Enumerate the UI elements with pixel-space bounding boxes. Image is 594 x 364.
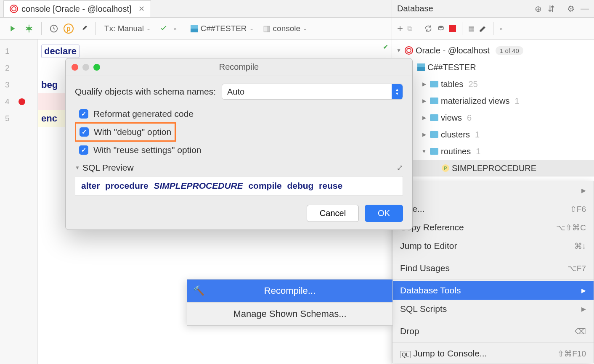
expand-icon[interactable]: ⤢ [397,163,403,172]
close-tab-icon[interactable]: ✕ [138,4,145,13]
debug-option-highlight: ✓ With "debug" option [75,122,176,142]
reuse-checkbox-row[interactable]: ✓ With "reuse settings" option [75,142,403,158]
collapse-icon[interactable]: ⇵ [548,4,555,14]
history-button[interactable] [47,22,61,35]
sql-preview: alter procedure SIMPLEPROCEDURE compile … [75,176,403,195]
procedure-icon: P [442,164,449,172]
console-dropdown[interactable]: ▥console⌄ [260,22,311,35]
folder-icon [430,81,438,87]
tree-schema[interactable]: C##TESTER [392,59,594,76]
cm-sql-scripts[interactable]: SQL Scripts▶ [392,300,594,318]
line-gutter: 1 2 3 4 5 [0,40,38,364]
window-zoom-icon[interactable] [93,64,100,71]
sm-recompile[interactable]: 🔨 Recompile... [187,280,392,302]
select-spinner-icon[interactable]: ▲▼ [392,84,403,99]
dialog-title: Recompile [66,62,412,72]
tree-clusters[interactable]: clusters1 [392,126,594,143]
cm-copy-reference[interactable]: Copy Reference⌥⇧⌘C [392,218,594,237]
editor-toolbar: p Tx: Manual⌄ » C##TESTER⌄ ▥console⌄ [0,18,392,40]
run-button[interactable] [5,22,19,35]
cm-drop[interactable]: Drop⌫ [392,322,594,340]
cm-rename[interactable]: ame...⇧F6 [392,200,594,218]
table-button[interactable]: ▦ [468,24,475,32]
dialog-titlebar[interactable]: Recompile [66,58,412,76]
cm-jump-editor[interactable]: Jump to Editor⌘↓ [392,237,594,255]
cm-find-usages[interactable]: Find Usages⌥F7 [392,259,594,277]
minimize-icon[interactable]: — [581,4,589,13]
svg-point-0 [27,26,31,30]
checkbox-checked-icon[interactable]: ✓ [80,127,89,137]
editor-tab[interactable]: console [Oracle - @localhost] ✕ [3,0,151,17]
checkbox-checked-icon[interactable]: ✓ [79,145,88,155]
tree-datasource[interactable]: Oracle - @localhost 1 of 40 [392,42,594,59]
tab-title: console [Oracle - @localhost] [21,4,132,14]
editor-tab-bar: console [Oracle - @localhost] ✕ [0,0,392,18]
edit-button[interactable] [479,24,487,33]
schema-icon [417,63,425,71]
refresh-button[interactable] [424,24,432,33]
database-panel-title: Database [397,4,433,13]
ok-button[interactable]: OK [365,205,403,222]
folder-icon [430,148,438,155]
more-icon[interactable]: » [173,25,177,32]
reformat-checkbox-row[interactable]: ✓ Reformat generated code [75,106,403,122]
schema-icon [191,25,198,32]
cm-database-tools[interactable]: Database Tools▶ [392,281,594,300]
tree-views[interactable]: views6 [392,109,594,126]
debug-checkbox-row[interactable]: ✓ With "debug" option [80,125,171,139]
wrench-button[interactable] [76,22,90,35]
p-button[interactable]: p [64,24,74,34]
recompile-dialog: Recompile Qualify objects with schema na… [65,58,413,230]
stop-button[interactable] [449,25,456,32]
tree-procedure-selected[interactable]: P SIMPLEPROCEDURE [392,160,594,177]
add-button[interactable]: + [397,23,403,34]
inspection-ok-icon[interactable]: ✔ [383,43,388,51]
svg-point-2 [438,26,443,28]
window-controls[interactable] [72,64,100,71]
database-toolbar: + ⧉ ▦ » [392,18,594,40]
context-menu: w▶ ame...⇧F6 Copy Reference⌥⇧⌘C Jump to … [392,181,594,363]
folder-icon [430,131,438,138]
oracle-icon [10,5,18,13]
tree-matviews[interactable]: materialized views1 [392,92,594,109]
qualify-label: Qualify objects with schema names: [75,87,216,97]
tx-mode-dropdown[interactable]: Tx: Manual⌄ [101,22,154,35]
count-badge: 1 of 40 [496,46,523,55]
gear-icon[interactable]: ⚙ [567,4,575,14]
schema-dropdown[interactable]: C##TESTER⌄ [187,22,257,35]
qualify-select[interactable]: Auto ▲▼ [222,84,403,100]
database-tools-submenu: 🔨 Recompile... Manage Shown Schemas... [187,279,393,326]
folder-icon [430,114,438,121]
folder-icon [430,98,438,104]
hammer-icon: 🔨 [193,285,204,296]
cm-jump-console[interactable]: QLJump to Console...⇧⌘F10 [392,344,594,363]
window-close-icon[interactable] [72,64,78,71]
collapse-arrow-icon[interactable]: ▼ [75,165,80,171]
database-panel-header: Database ⊕ ⇵ ⚙ — [392,0,594,18]
cm-new[interactable]: w▶ [392,181,594,200]
more-db-icon[interactable]: » [499,25,503,32]
copy-button[interactable]: ⧉ [407,25,412,32]
debug-button[interactable] [22,22,36,35]
window-minimize-icon[interactable] [82,64,89,71]
sql-preview-label: SQL Preview [82,163,134,173]
commit-button[interactable] [156,22,171,35]
tree-tables[interactable]: tables25 [392,76,594,92]
cancel-button[interactable]: Cancel [307,205,359,222]
sync-button[interactable] [437,24,445,33]
target-icon[interactable]: ⊕ [535,4,542,14]
breakpoint-icon[interactable] [19,98,25,105]
oracle-icon [405,46,413,55]
checkbox-checked-icon[interactable]: ✓ [79,109,88,119]
tree-routines[interactable]: routines1 [392,143,594,160]
sm-manage-schemas[interactable]: Manage Shown Schemas... [187,303,392,325]
